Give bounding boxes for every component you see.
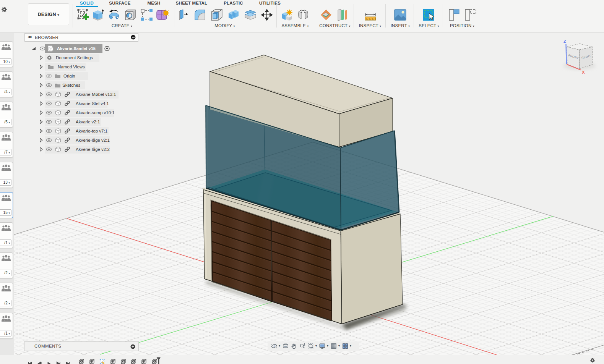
svg-text:X: X [582,70,585,74]
svg-text:Z: Z [563,39,566,44]
